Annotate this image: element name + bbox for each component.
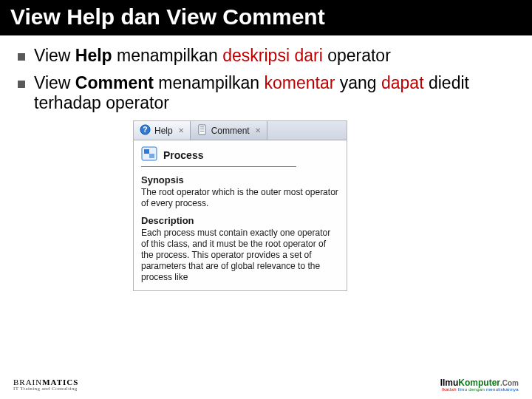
synopsis-heading: Synopsis <box>141 174 339 185</box>
document-icon <box>197 124 208 137</box>
process-icon <box>141 146 157 163</box>
divider <box>141 166 296 167</box>
svg-rect-8 <box>149 154 154 158</box>
close-icon[interactable]: ✕ <box>178 126 184 134</box>
bullet-list: View Help menampilkan deskripsi dari ope… <box>0 35 532 113</box>
tab-label: Comment <box>211 126 250 136</box>
tab-row: ? Help ✕ Comment ✕ <box>134 121 347 140</box>
tab-comment[interactable]: Comment ✕ <box>191 121 267 140</box>
panel-body: Process Synopsis The root operator which… <box>134 140 347 290</box>
bullet-text: View Help menampilkan deskripsi dari ope… <box>34 46 517 66</box>
bullet-text: View Comment menampilkan komentar yang d… <box>34 73 517 113</box>
footer-right-logo: IlmuKomputer.Com Ikatlah Ilmu dengan men… <box>440 378 519 392</box>
description-text: Each process must contain exactly one op… <box>141 228 339 283</box>
bullet-marker <box>18 81 25 88</box>
bullet-marker <box>18 53 25 61</box>
description-heading: Description <box>141 215 339 226</box>
bullet-item: View Comment menampilkan komentar yang d… <box>18 73 517 113</box>
svg-rect-2 <box>199 125 205 134</box>
footer-left-logo: BRAINMATICS IT Training and Consulting <box>13 378 78 392</box>
process-title: Process <box>163 149 203 161</box>
tab-help[interactable]: ? Help ✕ <box>134 121 191 140</box>
synopsis-text: The root operator which is the outer mos… <box>141 187 339 209</box>
bullet-item: View Help menampilkan deskripsi dari ope… <box>18 46 517 66</box>
svg-rect-7 <box>144 149 149 154</box>
slide-title: View Help dan View Comment <box>0 0 532 35</box>
close-icon[interactable]: ✕ <box>255 126 261 134</box>
tab-label: Help <box>154 126 173 136</box>
svg-text:?: ? <box>143 126 147 134</box>
process-header: Process <box>141 146 339 163</box>
help-icon: ? <box>140 124 151 137</box>
help-panel-screenshot: ? Help ✕ Comment ✕ Process Synopsis The … <box>133 120 347 291</box>
